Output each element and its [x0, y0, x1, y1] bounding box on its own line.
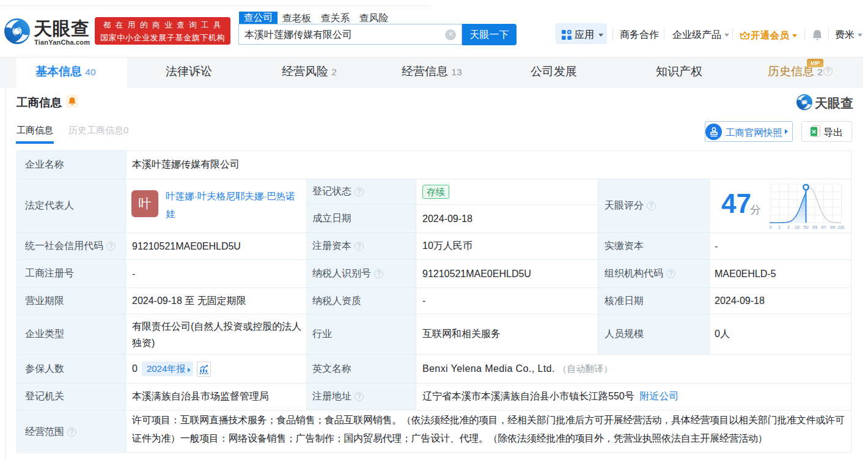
svg-text:✕: ✕ [811, 128, 816, 135]
svg-text:3: 3 [787, 224, 789, 230]
svg-text:95: 95 [812, 224, 817, 230]
svg-text:0: 0 [770, 224, 772, 230]
svg-text:10: 10 [795, 224, 800, 230]
svg-text:100: 100 [837, 224, 844, 230]
svg-text:97: 97 [821, 224, 826, 230]
svg-text:1: 1 [778, 224, 781, 230]
svg-text:50: 50 [803, 224, 808, 230]
svg-text:99: 99 [830, 224, 835, 230]
